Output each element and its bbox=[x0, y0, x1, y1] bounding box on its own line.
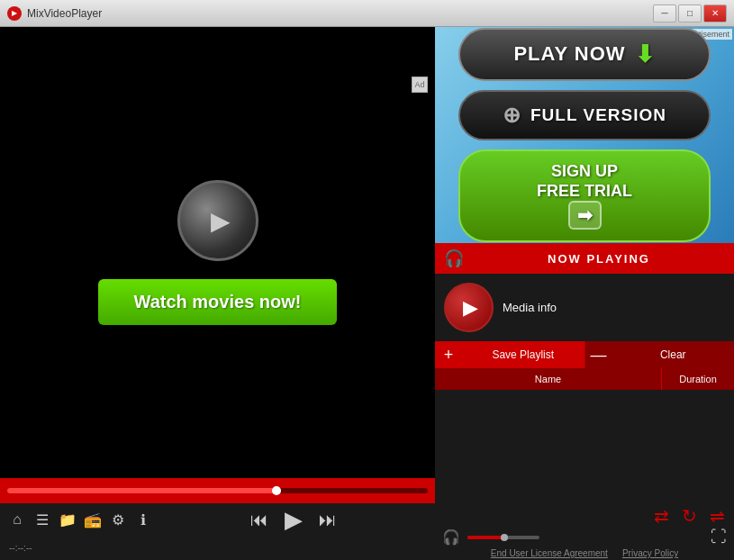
bottom-right-volume: 🎧 ⛶ bbox=[435, 528, 734, 546]
media-info-text: Media info bbox=[503, 301, 557, 314]
playlist-remove-button[interactable]: — bbox=[585, 341, 612, 368]
ad-badge: Ad bbox=[412, 77, 428, 93]
video-canvas: Ad Watch movies now! bbox=[0, 27, 435, 478]
title-bar-left: MixVideoPlayer bbox=[7, 6, 102, 21]
random-icon[interactable]: ⇌ bbox=[710, 505, 725, 527]
eula-link[interactable]: End User License Agreement bbox=[491, 548, 608, 558]
close-button[interactable]: ✕ bbox=[703, 5, 727, 23]
minimize-button[interactable]: ─ bbox=[653, 5, 676, 23]
window-controls: ─ □ ✕ bbox=[653, 5, 727, 23]
now-playing-label: NOW PLAYING bbox=[473, 252, 725, 266]
watch-movies-button[interactable]: Watch movies now! bbox=[98, 279, 338, 325]
volume-track[interactable] bbox=[467, 536, 539, 539]
fullscreen-icon[interactable]: ⛶ bbox=[711, 528, 727, 546]
bottom-controls-top: ⌂ ☰ 📁 📻 ⚙ ℹ ⏮ ▶ ⏭ bbox=[0, 503, 435, 536]
video-play-button[interactable] bbox=[177, 180, 258, 261]
bottom-right: ⇄ ↻ ⇌ 🎧 ⛶ End User License Agreement Pri… bbox=[435, 503, 734, 560]
download-icon: ⬇ bbox=[635, 41, 656, 68]
footer-links: End User License Agreement Privacy Polic… bbox=[435, 546, 734, 560]
playlist-clear-button[interactable]: Clear bbox=[612, 341, 735, 368]
ad-play-now-label: PLAY NOW bbox=[513, 42, 625, 66]
playlist-empty bbox=[435, 390, 734, 503]
ad-sign-up-label1: SIGN UP bbox=[551, 162, 618, 182]
repeat-icon[interactable]: ↻ bbox=[682, 505, 697, 527]
shuffle-icon[interactable]: ⇄ bbox=[654, 505, 669, 527]
info-icon[interactable]: ℹ bbox=[133, 511, 153, 528]
volume-thumb bbox=[501, 534, 508, 541]
arrow-icon: ➡ bbox=[568, 201, 602, 230]
ad-sign-up-label2: FREE TRIAL bbox=[537, 182, 632, 202]
playlist-table-header: Name Duration bbox=[435, 368, 734, 390]
bottom-left: ⌂ ☰ 📁 📻 ⚙ ℹ ⏮ ▶ ⏭ --:--:-- bbox=[0, 503, 435, 560]
ad-full-version-button[interactable]: ⊕ FULL VERSION bbox=[458, 90, 711, 140]
ad-full-version-label: FULL VERSION bbox=[530, 105, 666, 125]
folder-icon[interactable]: 📁 bbox=[58, 511, 77, 528]
playlist-icon[interactable]: ☰ bbox=[32, 511, 52, 528]
progress-track[interactable] bbox=[7, 488, 428, 493]
headphone-icon: 🎧 bbox=[444, 248, 464, 268]
ad-sign-up-button[interactable]: SIGN UP FREE TRIAL ➡ bbox=[458, 149, 711, 242]
full-bottom-bar: ⌂ ☰ 📁 📻 ⚙ ℹ ⏮ ▶ ⏭ --:--:-- ⇄ ↻ ⇌ 🎧 bbox=[0, 503, 734, 560]
app-icon bbox=[7, 6, 22, 21]
playlist-controls: + Save Playlist — Clear bbox=[435, 341, 734, 368]
settings-icon[interactable]: ⚙ bbox=[108, 511, 128, 528]
column-duration: Duration bbox=[662, 374, 734, 384]
next-button[interactable]: ⏭ bbox=[319, 510, 337, 530]
ad-play-now-button[interactable]: PLAY NOW ⬇ bbox=[458, 28, 711, 81]
plus-icon: ⊕ bbox=[503, 103, 521, 128]
media-row: Media info bbox=[435, 274, 734, 341]
home-icon[interactable]: ⌂ bbox=[7, 511, 27, 528]
now-playing-header: 🎧 NOW PLAYING bbox=[435, 243, 734, 274]
privacy-link[interactable]: Privacy Policy bbox=[622, 548, 678, 558]
prev-button[interactable]: ⏮ bbox=[250, 510, 268, 530]
main-area: Ad Watch movies now! Advertisement PLAY … bbox=[0, 27, 734, 503]
playlist-add-button[interactable]: + bbox=[435, 341, 462, 368]
ad-area: Advertisement PLAY NOW ⬇ ⊕ FULL VERSION … bbox=[435, 27, 734, 243]
bottom-status-bar: --:--:-- bbox=[0, 536, 435, 560]
media-play-button[interactable] bbox=[444, 283, 494, 332]
time-display: --:--:-- bbox=[9, 543, 32, 553]
window-title: MixVideoPlayer bbox=[27, 7, 102, 20]
bottom-right-controls: ⇄ ↻ ⇌ bbox=[435, 503, 734, 528]
maximize-button[interactable]: □ bbox=[678, 5, 702, 23]
speaker-icon: 🎧 bbox=[442, 528, 460, 546]
right-panel: Advertisement PLAY NOW ⬇ ⊕ FULL VERSION … bbox=[435, 27, 734, 503]
column-name: Name bbox=[435, 368, 662, 390]
progress-fill bbox=[7, 488, 281, 493]
radio-icon[interactable]: 📻 bbox=[83, 511, 103, 528]
progress-thumb bbox=[272, 486, 281, 495]
play-pause-button[interactable]: ▶ bbox=[285, 506, 303, 534]
title-bar: MixVideoPlayer ─ □ ✕ bbox=[0, 0, 734, 27]
video-area: Ad Watch movies now! bbox=[0, 27, 435, 503]
playlist-save-button[interactable]: Save Playlist bbox=[462, 341, 585, 368]
progress-area bbox=[0, 478, 435, 503]
